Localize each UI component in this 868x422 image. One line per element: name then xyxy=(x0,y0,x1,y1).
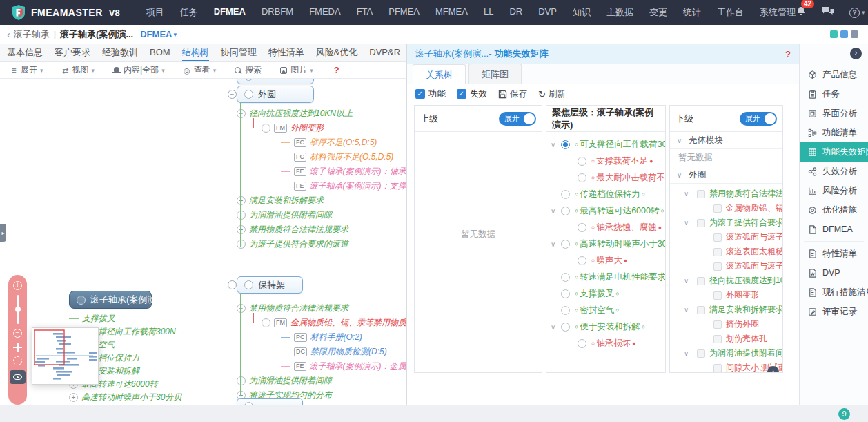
matrix-view-tab[interactable]: 矩阵图 xyxy=(468,64,522,84)
sidebar-item-interface-analysis[interactable]: 界面分析 xyxy=(800,104,868,123)
sidebar-item-dvp[interactable]: DVP xyxy=(800,263,868,282)
tree-node-outer-ring[interactable]: 外圆 xyxy=(237,86,314,103)
help-button[interactable]: ? xyxy=(334,65,339,75)
notifications-button[interactable]: 42 xyxy=(796,6,807,19)
matrix-lower-row[interactable]: 禁用物质符合法律法规要求 xyxy=(670,186,782,201)
checkbox[interactable] xyxy=(713,233,722,242)
tree-item[interactable]: + 为润滑油提供附着间隙 xyxy=(237,374,406,388)
top-menu-item[interactable]: 项目 xyxy=(146,6,164,19)
radio-button[interactable] xyxy=(561,190,570,199)
matrix-function-row[interactable]: 便于安装和拆解 xyxy=(546,318,665,335)
refresh-button[interactable]: ↻ 刷新 xyxy=(538,88,566,100)
layout-icon-blue[interactable] xyxy=(840,30,848,38)
tree-item[interactable]: DC 禁限用物质检测(D:5) xyxy=(237,345,406,359)
sidebar-item-failure-analysis[interactable]: 失效分析 xyxy=(800,162,868,181)
radio-button[interactable] xyxy=(561,273,570,282)
radio-button[interactable] xyxy=(561,240,570,249)
tree-item[interactable]: FE 滚子轴承(案例演示)：金属物质铅、镉、汞 xyxy=(237,359,406,374)
radio-button[interactable] xyxy=(561,323,570,332)
checkbox[interactable] xyxy=(713,320,722,329)
top-menu-item[interactable]: 主数据 xyxy=(606,6,633,19)
matrix-view-tab[interactable]: 关系树 xyxy=(413,64,466,84)
filter-checkbox-item[interactable]: 功能 xyxy=(415,88,446,100)
expand-caret-icon[interactable] xyxy=(684,306,693,314)
matrix-lower-row[interactable]: 挤伤外圈 xyxy=(670,317,782,332)
expand-toggle-icon[interactable]: − xyxy=(237,109,246,118)
expand-caret-icon[interactable] xyxy=(684,349,693,357)
tree-item[interactable]: + 为滚子提供符合要求的滚道 xyxy=(237,237,406,251)
top-menu-item[interactable]: 统计 xyxy=(683,6,701,19)
matrix-lower-row[interactable]: 滚道表面太粗糙 xyxy=(670,244,782,259)
radio-button[interactable] xyxy=(561,306,570,315)
help-button[interactable]: ? xyxy=(785,49,791,59)
tree-item[interactable]: 支撑拔叉 xyxy=(69,312,239,325)
tree-item[interactable]: + 满足安装和拆解要求 xyxy=(237,193,406,208)
top-menu-item[interactable]: FMEDA xyxy=(309,6,341,19)
matrix-function-row[interactable]: 最大耐冲击载荷不足 xyxy=(546,169,665,186)
top-menu-item[interactable]: 工作台 xyxy=(717,6,744,19)
module-tab[interactable]: BOM xyxy=(150,44,170,61)
top-menu-item[interactable]: 知识 xyxy=(573,6,591,19)
top-menu-item[interactable]: FTA xyxy=(357,6,373,19)
tree-item[interactable]: − FM 外圈变形 xyxy=(237,121,406,135)
pan-tool-button[interactable] xyxy=(13,343,22,352)
matrix-function-row[interactable]: 支撑拨叉 xyxy=(546,285,665,302)
module-tab[interactable]: 协同管理 xyxy=(221,44,257,61)
radio-button[interactable] xyxy=(578,173,586,182)
module-tab[interactable]: DVP&R xyxy=(369,44,400,61)
checkbox[interactable] xyxy=(713,364,722,372)
tree-item[interactable]: + 为润滑油提供附着间隙 xyxy=(237,208,406,222)
checkbox[interactable] xyxy=(713,248,722,256)
checkbox[interactable] xyxy=(697,190,705,198)
group-row-outer-ring[interactable]: 外圈 xyxy=(670,166,782,184)
sidebar-item-function-failure-matrix[interactable]: 功能失效矩阵 xyxy=(800,142,868,162)
matrix-lower-row[interactable]: 为滚子提供符合要求的滚道 xyxy=(670,215,782,230)
matrix-lower-row[interactable]: 外圈变形 xyxy=(670,288,782,303)
collapse-node-toggle[interactable]: − xyxy=(228,280,237,289)
matrix-function-row[interactable]: 最高转速可达6000转 xyxy=(546,202,665,219)
module-tab[interactable]: 结构树 xyxy=(182,44,209,61)
sidebar-item-characteristics-list[interactable]: 特性清单 xyxy=(800,244,868,263)
top-menu-item[interactable]: 变更 xyxy=(649,6,667,19)
checkbox[interactable] xyxy=(713,291,722,300)
messages-button[interactable] xyxy=(822,6,834,19)
checkbox[interactable] xyxy=(697,306,705,314)
top-menu-item[interactable]: 系统管理 xyxy=(760,6,796,19)
matrix-lower-row[interactable]: 满足安装和拆解要求 xyxy=(670,303,782,317)
tree-toolbar-button[interactable]: 内容|全部 ▾ xyxy=(112,64,165,76)
fit-view-button[interactable] xyxy=(10,370,26,384)
matrix-function-row[interactable]: 轴承损坏 xyxy=(546,335,665,352)
filter-checkbox-item[interactable]: 失效 xyxy=(457,88,487,100)
top-menu-item[interactable]: DFMEA xyxy=(214,6,246,19)
zoom-out-button[interactable]: − xyxy=(13,329,22,338)
matrix-lower-row[interactable]: 划伤壳体孔 xyxy=(670,332,782,346)
matrix-lower-row[interactable]: 滚道弧面与滚子接触面积 xyxy=(670,230,782,244)
tree-item[interactable]: FC 壁厚不足(O:5,D:5) xyxy=(237,135,406,150)
matrix-function-row[interactable]: 轴承烧蚀、腐蚀 xyxy=(546,219,665,236)
radio-button[interactable] xyxy=(578,339,586,348)
module-tab[interactable]: 基本信息 xyxy=(7,44,43,61)
top-menu-item[interactable]: MFMEA xyxy=(435,6,468,19)
expand-toggle-switch[interactable]: 展开 xyxy=(740,112,777,126)
expand-caret-icon[interactable] xyxy=(684,277,693,285)
sidebar-item-function-list[interactable]: 功能清单 xyxy=(800,123,868,142)
tree-item[interactable]: + 高速转动时噪声小于30分贝 xyxy=(69,391,239,404)
sidebar-item-risk-analysis[interactable]: 风险分析 xyxy=(800,181,868,200)
radio-button[interactable] xyxy=(578,157,586,166)
layout-icon-teal[interactable] xyxy=(830,30,838,38)
collapse-node-toggle[interactable]: − xyxy=(228,90,237,99)
back-icon[interactable]: ‹ xyxy=(7,29,10,40)
expand-toggle-icon[interactable]: + xyxy=(237,211,246,220)
matrix-function-row[interactable]: 高速转动时噪声小于30分贝 xyxy=(546,236,665,252)
tree-item[interactable]: + 禁用物质符合法律法规要求 xyxy=(237,222,406,237)
module-tab[interactable]: 客户要求 xyxy=(55,44,90,61)
top-menu-item[interactable]: DR xyxy=(509,6,522,19)
tree-item[interactable]: − FM 金属物质铅、镉、汞等禁用物质超标 xyxy=(237,316,406,330)
expand-caret-icon[interactable] xyxy=(684,219,693,227)
expand-caret-icon[interactable] xyxy=(551,207,560,215)
checkbox[interactable] xyxy=(713,204,722,213)
zoom-slider-knob[interactable] xyxy=(15,307,21,312)
radio-button[interactable] xyxy=(578,223,586,232)
matrix-function-row[interactable]: 转速满足电机性能要求 xyxy=(546,269,665,285)
group-row-housing-module[interactable]: 壳体模块 xyxy=(670,132,782,149)
